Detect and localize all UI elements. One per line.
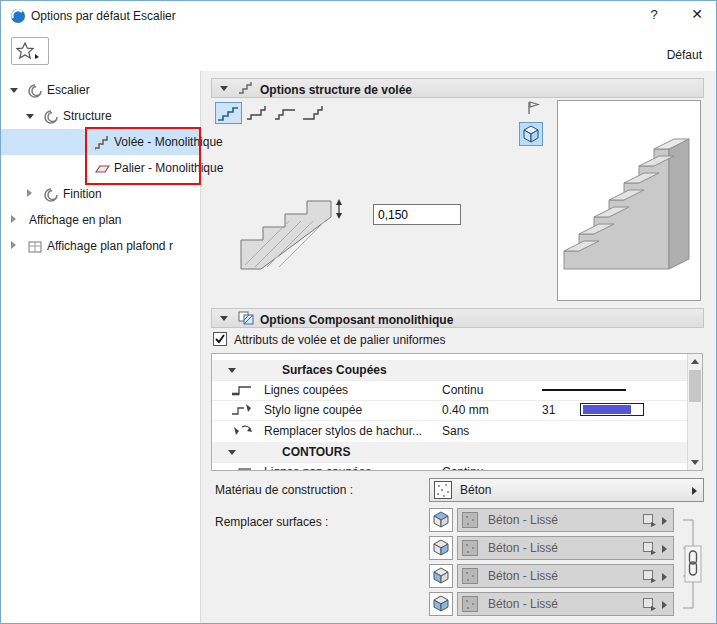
tree-item-palier-monolithique[interactable]: Palier - Monolithique bbox=[1, 155, 200, 181]
cut-line-icon bbox=[230, 382, 256, 398]
row-value[interactable]: Continu bbox=[442, 380, 483, 400]
close-button[interactable]: ✕ bbox=[681, 6, 713, 28]
tree-item-label: Structure bbox=[63, 103, 112, 129]
stair-3d-preview[interactable] bbox=[557, 100, 701, 301]
collapse-triangle-icon bbox=[228, 368, 236, 373]
uniform-attributes-checkbox[interactable] bbox=[213, 332, 227, 346]
flight-type-landing-mid-button[interactable] bbox=[244, 102, 271, 124]
symbolic-view-button[interactable] bbox=[525, 100, 543, 118]
override-surfaces-label: Remplacer surfaces : bbox=[215, 515, 328, 529]
row-value[interactable]: 0.40 mm bbox=[442, 400, 489, 420]
flight-steps-icon bbox=[94, 134, 110, 150]
chevron-right-icon[interactable] bbox=[11, 241, 16, 249]
section-header-flight-structure[interactable]: Options structure de volée bbox=[211, 78, 704, 98]
dialog-toolbar: Défaut bbox=[1, 31, 716, 71]
face-select-left-button[interactable] bbox=[429, 564, 453, 588]
surface-texture-icon bbox=[462, 568, 478, 584]
group-row-cut-surfaces[interactable]: Surfaces Coupées bbox=[212, 360, 687, 381]
chevron-right-icon bbox=[692, 487, 697, 495]
surface-value: Béton - Lissé bbox=[488, 597, 558, 611]
surface-right-dropdown[interactable]: Béton - Lissé bbox=[457, 536, 674, 560]
surface-left-dropdown[interactable]: Béton - Lissé bbox=[457, 564, 674, 588]
tree-item-escalier[interactable]: Escalier bbox=[1, 77, 200, 103]
face-select-right-button[interactable] bbox=[429, 536, 453, 560]
pen-color-swatch[interactable] bbox=[580, 403, 644, 416]
cube-bottom-face-icon bbox=[434, 596, 448, 611]
table-row-override-fill-pens: Remplacer stylos de hachur... Sans bbox=[212, 420, 687, 443]
landing-slab-icon bbox=[94, 160, 110, 176]
chevron-down-icon[interactable] bbox=[10, 88, 18, 93]
surface-texture-icon bbox=[462, 512, 478, 528]
stair-3d-image bbox=[558, 101, 700, 300]
face-select-top-button[interactable] bbox=[429, 508, 453, 532]
tree-item-label: Affichage en plan bbox=[29, 207, 122, 233]
cube-top-face-icon bbox=[434, 512, 448, 527]
flight-type-stepped-button[interactable] bbox=[215, 102, 242, 124]
flight-type-landing-top-button[interactable] bbox=[272, 102, 299, 124]
group-label: CONTOURS bbox=[282, 442, 350, 462]
cube-icon bbox=[524, 126, 538, 142]
chevron-right-icon bbox=[662, 601, 667, 609]
riser-diagram bbox=[231, 191, 371, 276]
tree-item-label: Escalier bbox=[47, 77, 90, 103]
group-row-contours[interactable]: CONTOURS bbox=[212, 442, 687, 463]
riser-height-input[interactable] bbox=[373, 204, 461, 225]
scroll-up-button[interactable] bbox=[688, 354, 702, 369]
chevron-right-icon bbox=[662, 517, 667, 525]
pen-number[interactable]: 31 bbox=[542, 400, 555, 420]
star-icon bbox=[17, 43, 33, 58]
building-material-dropdown[interactable]: Béton bbox=[429, 478, 704, 502]
surface-top-dropdown[interactable]: Béton - Lissé bbox=[457, 508, 674, 532]
flight-type-landing-bottom-button[interactable] bbox=[300, 102, 327, 124]
landing-bottom-flight-icon bbox=[303, 106, 322, 119]
cube-left-face-icon bbox=[434, 568, 448, 583]
pen-nib-icon bbox=[234, 427, 239, 435]
default-button[interactable]: Défaut bbox=[667, 48, 702, 62]
tree-item-affichage-plafond[interactable]: Affichage plan plafond r bbox=[1, 233, 200, 259]
transfer-surface-icon[interactable] bbox=[642, 597, 657, 612]
finish-icon bbox=[43, 186, 59, 202]
model-view-button[interactable] bbox=[519, 122, 543, 146]
tree-item-affichage-en-plan[interactable]: Affichage en plan bbox=[1, 207, 200, 233]
landing-mid-flight-icon bbox=[247, 106, 265, 119]
transfer-surface-icon[interactable] bbox=[642, 569, 657, 584]
face-select-bottom-button[interactable] bbox=[429, 592, 453, 616]
title-bar: Options par défaut Escalier ? ✕ bbox=[1, 1, 716, 31]
chevron-down-icon[interactable] bbox=[26, 114, 34, 119]
row-label: Lignes coupées bbox=[264, 380, 348, 400]
stair-settings-dialog: Options par défaut Escalier ? ✕ Défaut E… bbox=[0, 0, 717, 624]
surface-bottom-dropdown[interactable]: Béton - Lissé bbox=[457, 592, 674, 616]
surface-texture-icon bbox=[462, 596, 478, 612]
dropdown-arrow-icon bbox=[35, 54, 39, 59]
scroll-down-button[interactable] bbox=[688, 455, 702, 470]
flight-structure-icon bbox=[238, 81, 254, 95]
tree-item-volee-monolithique[interactable]: Volée - Monolithique bbox=[1, 129, 200, 155]
help-button[interactable]: ? bbox=[639, 7, 669, 27]
material-value: Béton bbox=[460, 483, 491, 497]
material-label: Matériau de construction : bbox=[215, 483, 353, 497]
transfer-surface-icon[interactable] bbox=[642, 513, 657, 528]
favorites-button[interactable] bbox=[11, 37, 49, 65]
transfer-surface-icon[interactable] bbox=[642, 541, 657, 556]
row-value[interactable]: Sans bbox=[442, 420, 469, 442]
window-title: Options par défaut Escalier bbox=[31, 9, 176, 23]
tree-item-finition[interactable]: Finition bbox=[1, 181, 200, 207]
chevron-right-icon[interactable] bbox=[11, 215, 16, 223]
surface-texture-icon bbox=[462, 540, 478, 556]
line-type-sample[interactable] bbox=[542, 389, 626, 391]
tree-item-structure[interactable]: Structure bbox=[1, 103, 200, 129]
tree-item-label: Affichage plan plafond r bbox=[47, 233, 173, 259]
scroll-thumb[interactable] bbox=[689, 370, 701, 402]
link-surfaces-button[interactable] bbox=[677, 506, 705, 622]
table-row-cut-line-pen: Stylo ligne coupée 0.40 mm 31 bbox=[212, 400, 687, 421]
concrete-material-icon bbox=[434, 481, 452, 499]
surface-value: Béton - Lissé bbox=[488, 569, 558, 583]
chevron-right-icon[interactable] bbox=[27, 189, 32, 197]
landing-top-flight-icon bbox=[275, 110, 295, 119]
table-row-cut-lines: Lignes coupées Continu bbox=[212, 380, 687, 401]
surface-value: Béton - Lissé bbox=[488, 541, 558, 555]
section-header-monolithic-component[interactable]: Options Composant monolithique bbox=[211, 308, 704, 328]
collapse-triangle-icon bbox=[228, 450, 236, 455]
section-title: Options Composant monolithique bbox=[260, 311, 453, 329]
row-value[interactable]: Continu bbox=[442, 462, 483, 471]
